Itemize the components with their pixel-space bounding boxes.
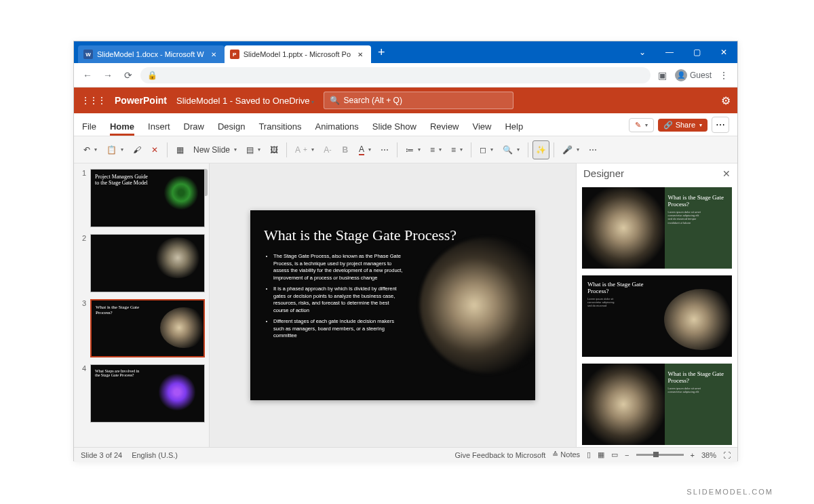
browser-tab-powerpoint[interactable]: P SlideModel 1.pptx - Microsoft Po ✕ xyxy=(225,45,371,63)
photo-thumb xyxy=(154,237,201,278)
thumb-title: Project Managers Guide to the Stage Gate… xyxy=(95,174,153,186)
back-button[interactable]: ← xyxy=(79,67,96,83)
sorter-view-icon[interactable]: ▦ xyxy=(598,450,604,459)
design-suggestion-3[interactable]: What is the Stage Gate Process? Lorem ip… xyxy=(582,364,732,445)
decrease-font-button[interactable]: A- xyxy=(319,140,336,159)
notes-button[interactable]: ≙ Notes xyxy=(552,450,580,459)
bold-button[interactable]: B xyxy=(337,140,353,159)
chevron-down-icon[interactable]: ⌄ xyxy=(629,41,656,63)
thumb-title: What is the Stage Gate Process? xyxy=(96,305,142,315)
share-button[interactable]: 🔗 Share ▾ xyxy=(658,119,708,132)
card-title: What is the Stage Gate Process? xyxy=(587,281,650,294)
card-image xyxy=(582,187,665,269)
ribbon-tab-slideshow[interactable]: Slide Show xyxy=(372,121,416,136)
design-suggestion-1[interactable]: What is the Stage Gate Process? Lorem ip… xyxy=(582,187,732,269)
normal-view-icon[interactable]: ▯ xyxy=(587,450,591,459)
ribbon-tab-transitions[interactable]: Transitions xyxy=(258,121,301,136)
language-status[interactable]: English (U.S.) xyxy=(132,451,178,459)
reload-button[interactable]: ⟳ xyxy=(120,67,136,83)
increase-font-button[interactable]: A+▾ xyxy=(291,140,318,159)
new-tab-button[interactable]: + xyxy=(371,45,392,60)
slide-thumbnail-3[interactable]: What is the Stage Gate Process? xyxy=(90,299,205,357)
undo-button[interactable]: ↶▾ xyxy=(79,140,101,159)
close-designer-icon[interactable]: ✕ xyxy=(722,168,731,179)
design-suggestion-2[interactable]: What is the Stage Gate Process? Lorem ip… xyxy=(582,275,732,357)
ribbon-tab-insert[interactable]: Insert xyxy=(148,121,170,136)
maximize-button[interactable]: ▢ xyxy=(683,41,710,63)
lock-icon: 🔒 xyxy=(147,71,157,80)
browser-window: W SlideModel 1.docx - Microsoft W ✕ P Sl… xyxy=(73,41,738,461)
zoom-slider[interactable] xyxy=(636,454,684,456)
profile-button[interactable]: 👤 Guest xyxy=(675,69,712,81)
feedback-link[interactable]: Give Feedback to Microsoft xyxy=(454,451,545,459)
home-toolbar: ↶▾ 📋▾ 🖌 ✕ ▦ New Slide▾ ▤▾ 🖼 A+▾ A- B A▾ … xyxy=(74,136,737,163)
format-painter-button[interactable]: 🖌 xyxy=(129,140,145,159)
dictate-button[interactable]: 🎤▾ xyxy=(558,140,583,159)
word-favicon: W xyxy=(83,50,93,59)
search-input[interactable]: 🔍 Search (Alt + Q) xyxy=(324,92,513,109)
document-title[interactable]: SlideModel 1 - Saved to OneDrive▾ xyxy=(176,96,314,106)
slide-thumbnail-2[interactable] xyxy=(90,234,205,292)
editing-mode-button[interactable]: ✎▾ xyxy=(629,118,654,132)
pencil-icon: ✎ xyxy=(635,121,641,130)
more-options-button[interactable]: ⋯ xyxy=(712,117,729,133)
slide-canvas-area[interactable]: What is the Stage Gate Process? The Stag… xyxy=(210,163,576,447)
status-bar: Slide 3 of 24 English (U.S.) Give Feedba… xyxy=(74,447,737,462)
forward-button[interactable]: → xyxy=(100,67,116,83)
bullet-2: It is a phased approach by which is divi… xyxy=(273,286,406,314)
card-title: What is the Stage Gate Process? xyxy=(668,194,728,208)
align-button[interactable]: ≡▾ xyxy=(447,140,467,159)
ribbon-tabs: File Home Insert Draw Design Transitions… xyxy=(74,113,737,136)
fit-to-window-icon[interactable]: ⛶ xyxy=(723,451,731,459)
url-input[interactable]: 🔒 xyxy=(140,67,651,83)
paste-button[interactable]: 📋▾ xyxy=(102,140,128,159)
designer-suggestions[interactable]: What is the Stage Gate Process? Lorem ip… xyxy=(577,183,737,447)
slide-photo-vignette xyxy=(420,237,535,373)
slide-thumbnail-1[interactable]: Project Managers Guide to the Stage Gate… xyxy=(90,169,205,227)
image-button[interactable]: 🖼 xyxy=(266,140,282,159)
install-app-icon[interactable]: ▣ xyxy=(655,67,671,83)
close-window-button[interactable]: ✕ xyxy=(710,41,737,63)
designer-button[interactable]: ✨ xyxy=(532,140,549,159)
app-launcher-icon[interactable]: ⋮⋮⋮ xyxy=(81,95,105,106)
bullet-list-button[interactable]: ≔▾ xyxy=(402,140,425,159)
find-button[interactable]: 🔍▾ xyxy=(499,140,524,159)
zoom-out-button[interactable]: − xyxy=(625,451,629,459)
ribbon-tab-review[interactable]: Review xyxy=(430,121,459,136)
ribbon-tab-view[interactable]: View xyxy=(473,121,492,136)
slide-bullets[interactable]: The Stage Gate Process, also known as th… xyxy=(264,253,406,340)
ribbon-tab-design[interactable]: Design xyxy=(218,121,245,136)
zoom-in-button[interactable]: + xyxy=(691,451,695,459)
font-color-button[interactable]: A▾ xyxy=(355,140,375,159)
search-icon: 🔍 xyxy=(330,96,340,105)
layout-button[interactable]: ▤▾ xyxy=(242,140,265,159)
more-font-button[interactable]: ⋯ xyxy=(376,140,393,159)
slide-canvas[interactable]: What is the Stage Gate Process? The Stag… xyxy=(250,210,535,400)
browser-menu-icon[interactable]: ⋮ xyxy=(716,67,732,83)
slide-thumbnail-panel[interactable]: 1 Project Managers Guide to the Stage Ga… xyxy=(74,163,210,447)
ribbon-tab-home[interactable]: Home xyxy=(110,121,134,136)
add-slide-icon[interactable]: ▦ xyxy=(172,140,188,159)
minimize-button[interactable]: — xyxy=(656,41,683,63)
reading-view-icon[interactable]: ▭ xyxy=(611,450,618,459)
zoom-percent[interactable]: 38% xyxy=(701,451,716,459)
close-tab-icon[interactable]: ✕ xyxy=(208,51,219,58)
ribbon-tab-file[interactable]: File xyxy=(82,121,96,136)
ribbon-tab-draw[interactable]: Draw xyxy=(184,121,204,136)
purple-graphic xyxy=(157,372,197,412)
site-attribution: SLIDEMODEL.COM xyxy=(686,488,773,496)
new-slide-button[interactable]: New Slide▾ xyxy=(189,140,241,159)
browser-tab-word[interactable]: W SlideModel 1.docx - Microsoft W ✕ xyxy=(78,45,225,63)
settings-icon[interactable]: ⚙ xyxy=(721,94,731,107)
app-name: PowerPoint xyxy=(115,95,167,106)
numbered-list-button[interactable]: ≡▾ xyxy=(426,140,446,159)
toolbar-overflow-button[interactable]: ⋯ xyxy=(585,140,601,159)
slide-counter[interactable]: Slide 3 of 24 xyxy=(81,451,122,459)
mandala-graphic xyxy=(161,172,201,213)
slide-thumbnail-4[interactable]: What Steps are Involved in the Stage Gat… xyxy=(90,364,205,423)
close-tab-icon[interactable]: ✕ xyxy=(355,51,366,58)
shapes-button[interactable]: ◻▾ xyxy=(476,140,497,159)
delete-button[interactable]: ✕ xyxy=(147,140,163,159)
ribbon-tab-animations[interactable]: Animations xyxy=(315,121,359,136)
ribbon-tab-help[interactable]: Help xyxy=(505,121,523,136)
